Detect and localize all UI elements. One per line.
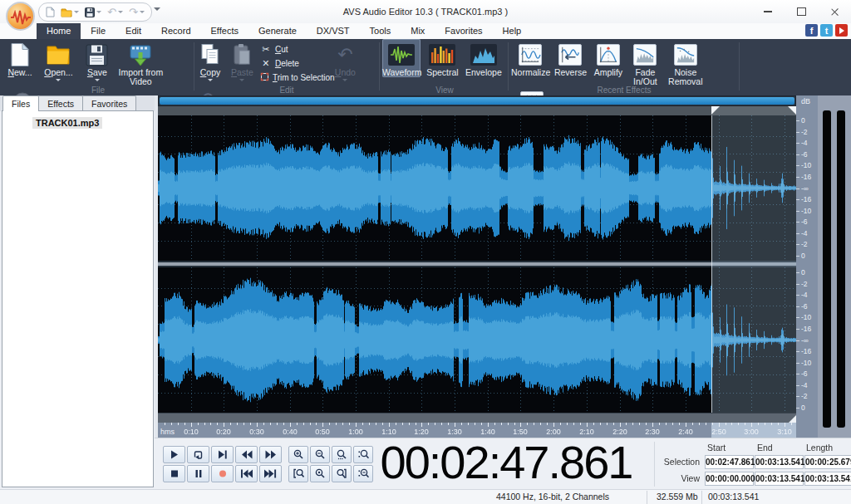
save-dropdown-icon[interactable]	[95, 79, 100, 81]
tab-mix[interactable]: Mix	[401, 23, 435, 39]
channel-divider[interactable]	[158, 261, 796, 267]
zoom-full-button[interactable]	[332, 446, 352, 463]
zoom-out-button[interactable]	[310, 446, 330, 463]
pause-button[interactable]	[187, 465, 209, 482]
save-dropdown-icon[interactable]	[96, 11, 101, 13]
maximize-button[interactable]	[785, 0, 818, 23]
undo-button[interactable]: ↶ Undo	[332, 39, 358, 81]
cut-button[interactable]: ✂ Cut	[260, 43, 328, 56]
spectral-view-button[interactable]: Spectral	[424, 39, 460, 77]
db-tick-label: -10	[801, 314, 811, 321]
save-file-icon[interactable]	[85, 7, 101, 17]
zoom-to-selection-button[interactable]	[310, 465, 330, 482]
copy-dropdown-icon[interactable]	[208, 79, 213, 81]
view-start-value[interactable]: 00:00:00.000	[705, 472, 754, 486]
ruler-tick	[567, 423, 568, 425]
twitter-icon[interactable]: t	[820, 24, 833, 37]
app-menu-button[interactable]	[6, 2, 35, 31]
redo-icon[interactable]: ↷	[129, 7, 145, 17]
redo-dropdown-icon[interactable]	[140, 11, 145, 13]
view-end-value[interactable]: 00:03:13.541	[755, 472, 804, 486]
tab-favorites[interactable]: Favorites	[435, 23, 492, 39]
youtube-icon[interactable]	[835, 24, 848, 37]
selection-end-value[interactable]: 00:03:13.541	[755, 455, 804, 469]
play-to-end-button[interactable]	[211, 446, 234, 463]
noise-removal-button[interactable]: Noise Removal	[666, 39, 706, 86]
selection-end-handle[interactable]	[788, 106, 796, 115]
zoom-in-button[interactable]	[288, 446, 308, 463]
import-from-video-button[interactable]: Import from Video	[117, 39, 164, 86]
undo-icon[interactable]: ↶	[107, 7, 123, 17]
tab-effects[interactable]: Effects	[201, 23, 248, 39]
play-button[interactable]	[163, 446, 185, 463]
record-button[interactable]	[211, 465, 234, 482]
rewind-button[interactable]	[235, 446, 258, 463]
ruler-tick	[785, 423, 785, 427]
ruler-tick	[679, 423, 680, 425]
open-button[interactable]: Open...	[40, 39, 76, 81]
db-tick-label: 0	[801, 252, 805, 259]
group-label-view: View	[382, 86, 507, 95]
undo-dropdown-icon[interactable]	[342, 79, 347, 81]
panel-tab-files[interactable]: Files	[2, 95, 39, 111]
ruler-tick-label: 0:50	[315, 428, 330, 436]
envelope-view-button[interactable]: Envelope	[465, 39, 503, 77]
view-length-value[interactable]: 00:03:13.541	[804, 472, 851, 486]
fast-forward-button[interactable]	[259, 446, 282, 463]
tab-tools[interactable]: Tools	[360, 23, 401, 39]
fade-in-out-button[interactable]: Fade In/Out	[628, 39, 662, 86]
ruler-tick	[600, 423, 601, 425]
waveform-channel-right[interactable]	[158, 267, 796, 413]
waveform-view-button[interactable]: Waveform	[382, 39, 421, 77]
paste-dropdown-icon[interactable]	[239, 79, 244, 81]
open-dropdown-icon[interactable]	[56, 79, 61, 81]
selection-start-handle[interactable]	[711, 106, 720, 115]
tab-dxvst[interactable]: DX/VST	[307, 23, 360, 39]
ruler-tick	[626, 423, 627, 425]
db-tick-label: 0	[801, 404, 805, 411]
stop-button[interactable]	[163, 465, 185, 482]
facebook-icon[interactable]: f	[805, 24, 818, 37]
new-file-icon[interactable]	[46, 7, 55, 17]
db-tick-label: -4	[801, 230, 808, 237]
reverse-button[interactable]: Reverse	[553, 39, 588, 77]
tab-help[interactable]: Help	[493, 23, 532, 39]
file-list-item[interactable]: TRACK01.mp3	[32, 117, 102, 129]
tab-generate[interactable]: Generate	[248, 23, 307, 39]
minimize-button[interactable]	[751, 0, 785, 23]
close-button[interactable]	[818, 0, 851, 23]
trim-to-selection-button[interactable]: Trim to Selection	[260, 71, 328, 84]
tab-edit[interactable]: Edit	[116, 23, 151, 39]
zoom-selection-end-button[interactable]	[332, 465, 352, 482]
go-to-end-button[interactable]	[259, 465, 282, 482]
go-to-start-icon	[239, 469, 253, 478]
tab-record[interactable]: Record	[151, 23, 200, 39]
selection-start-value[interactable]: 00:02:47.861	[705, 455, 754, 469]
undo-dropdown-icon[interactable]	[118, 11, 123, 13]
new-button[interactable]: New...	[3, 39, 37, 77]
waveform-channel-left[interactable]	[158, 115, 796, 261]
resize-grip-icon[interactable]	[789, 415, 796, 423]
ruler-tick	[501, 423, 502, 425]
selection-length-value[interactable]: 00:00:25.679	[804, 455, 851, 469]
open-dropdown-icon[interactable]	[74, 11, 79, 13]
panel-tab-effects[interactable]: Effects	[38, 95, 83, 111]
paste-button[interactable]: Paste	[228, 39, 256, 81]
delete-button[interactable]: ✕ Delete	[260, 57, 328, 70]
ruler-tick	[547, 423, 548, 425]
group-label-edit: Edit	[196, 86, 377, 95]
panel-tab-favorites[interactable]: Favorites	[82, 95, 136, 111]
scrollbar-thumb[interactable]	[160, 97, 794, 105]
save-button[interactable]: Save	[81, 39, 114, 81]
tab-file[interactable]: File	[81, 23, 116, 39]
loop-playback-button[interactable]	[187, 446, 209, 463]
open-file-icon[interactable]	[61, 7, 79, 17]
zoom-selection-start-button[interactable]	[288, 465, 308, 482]
normalize-button[interactable]: Normalize	[511, 39, 549, 77]
amplify-button[interactable]: Amplify	[592, 39, 625, 77]
copy-button[interactable]: Copy	[196, 39, 224, 81]
go-to-start-button[interactable]	[235, 465, 258, 482]
customize-quick-access-icon[interactable]	[154, 7, 160, 11]
selection-strip[interactable]	[158, 106, 796, 115]
tab-home[interactable]: Home	[37, 23, 81, 39]
